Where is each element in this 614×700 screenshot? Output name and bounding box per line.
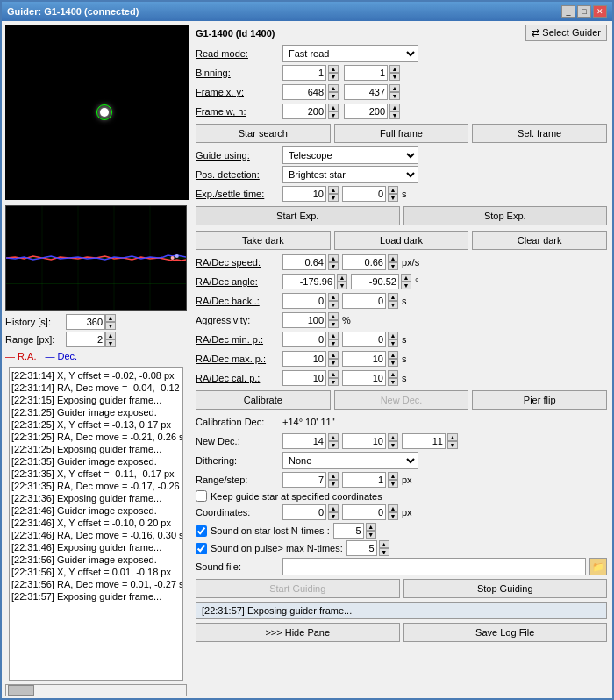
sound-file-input[interactable]	[282, 558, 586, 575]
step-input[interactable]	[342, 472, 386, 488]
sound-lost-n-up[interactable]: ▲	[366, 523, 376, 531]
ra-min-down[interactable]: ▼	[328, 339, 339, 347]
dec-angle-input[interactable]	[351, 274, 399, 289]
binning-y-up[interactable]: ▲	[389, 65, 400, 73]
ra-backl-down[interactable]: ▼	[328, 301, 339, 309]
dec-backl-down[interactable]: ▼	[388, 301, 398, 309]
new-dec-min-input[interactable]	[342, 433, 386, 449]
save-log-button[interactable]: Save Log File	[403, 623, 608, 642]
clear-dark-button[interactable]: Clear dark	[472, 231, 607, 250]
history-up[interactable]: ▲	[105, 314, 116, 322]
sound-pulse-n-up[interactable]: ▲	[379, 540, 389, 548]
start-exp-button[interactable]: Start Exp.	[196, 206, 400, 225]
minimize-button[interactable]: _	[561, 5, 575, 18]
history-input[interactable]	[66, 314, 105, 330]
range-down[interactable]: ▼	[105, 339, 116, 347]
dec-backl-input[interactable]	[342, 293, 386, 309]
coord-y-input[interactable]	[342, 504, 386, 520]
frame-y-down[interactable]: ▼	[389, 92, 400, 100]
exp-time-input[interactable]	[282, 186, 326, 202]
new-dec-deg-down[interactable]: ▼	[328, 441, 339, 449]
coord-x-input[interactable]	[282, 504, 326, 520]
new-dec-min-down[interactable]: ▼	[388, 441, 398, 449]
ra-backl-up[interactable]: ▲	[328, 293, 339, 301]
sound-pulse-n-input[interactable]	[346, 540, 377, 556]
binning-x-down[interactable]: ▼	[328, 73, 339, 81]
aggressivity-down[interactable]: ▼	[328, 320, 339, 328]
dec-angle-up[interactable]: ▲	[401, 274, 411, 282]
dec-speed-down[interactable]: ▼	[388, 262, 398, 270]
binning-x-up[interactable]: ▲	[328, 65, 339, 73]
ra-cal-up[interactable]: ▲	[328, 370, 339, 378]
full-frame-button[interactable]: Full frame	[334, 124, 469, 143]
new-dec-deg-input[interactable]	[282, 433, 326, 449]
ra-max-down[interactable]: ▼	[328, 359, 339, 367]
range-input[interactable]	[282, 472, 326, 488]
dec-cal-input[interactable]	[342, 370, 386, 386]
sel-frame-button[interactable]: Sel. frame	[472, 124, 607, 143]
ra-speed-up[interactable]: ▲	[328, 254, 339, 262]
calibrate-button[interactable]: Calibrate	[196, 390, 331, 410]
sound-lost-n-down[interactable]: ▼	[366, 531, 376, 539]
ra-cal-down[interactable]: ▼	[328, 378, 339, 386]
dec-min-down[interactable]: ▼	[388, 339, 398, 347]
ra-angle-input[interactable]	[282, 274, 335, 289]
dec-angle-down[interactable]: ▼	[401, 282, 411, 289]
binning-x-input[interactable]	[282, 65, 326, 81]
coord-y-down[interactable]: ▼	[388, 512, 398, 520]
frame-h-input[interactable]	[344, 104, 388, 119]
sound-file-browse-button[interactable]: 📁	[589, 558, 607, 575]
new-dec-button[interactable]: New Dec.	[334, 390, 469, 410]
dec-cal-down[interactable]: ▼	[388, 378, 398, 386]
pier-flip-button[interactable]: Pier flip	[472, 390, 607, 410]
new-dec-sec-input[interactable]	[402, 433, 446, 449]
frame-x-down[interactable]: ▼	[328, 92, 339, 100]
settle-time-up[interactable]: ▲	[388, 186, 398, 194]
read-mode-select[interactable]: Fast read	[282, 45, 418, 62]
history-down[interactable]: ▼	[105, 322, 116, 330]
log-area[interactable]: [22:31:14] X, Y offset = -0.02, -0.08 px…	[9, 367, 183, 681]
settle-time-input[interactable]	[342, 186, 386, 202]
ra-cal-input[interactable]	[282, 370, 326, 386]
new-dec-deg-up[interactable]: ▲	[328, 433, 339, 441]
keep-guide-star-checkbox[interactable]	[196, 490, 207, 502]
log-hscrollbar[interactable]	[5, 684, 187, 696]
sound-lost-checkbox[interactable]	[196, 525, 207, 537]
dec-max-input[interactable]	[342, 351, 386, 367]
frame-x-up[interactable]: ▲	[328, 84, 339, 92]
ra-max-input[interactable]	[282, 351, 326, 367]
dec-backl-up[interactable]: ▲	[388, 293, 398, 301]
step-up[interactable]: ▲	[388, 472, 398, 480]
take-dark-button[interactable]: Take dark	[196, 231, 331, 250]
ra-angle-down[interactable]: ▼	[337, 282, 347, 289]
ra-backl-input[interactable]	[282, 293, 326, 309]
binning-y-input[interactable]	[344, 65, 388, 81]
coord-x-down[interactable]: ▼	[328, 512, 339, 520]
aggressivity-input[interactable]	[282, 312, 326, 328]
sound-lost-n-input[interactable]	[333, 523, 364, 539]
dec-cal-up[interactable]: ▲	[388, 370, 398, 378]
ra-speed-input[interactable]	[282, 254, 326, 270]
step-down[interactable]: ▼	[388, 480, 398, 488]
exp-time-down[interactable]: ▼	[328, 194, 339, 202]
exp-time-up[interactable]: ▲	[328, 186, 339, 194]
ra-max-up[interactable]: ▲	[328, 351, 339, 359]
sound-pulse-checkbox[interactable]	[196, 543, 207, 554]
select-guider-button[interactable]: ⇄ Select Guider	[525, 25, 607, 41]
stop-guiding-button[interactable]: Stop Guiding	[403, 579, 608, 598]
new-dec-min-up[interactable]: ▲	[388, 433, 398, 441]
frame-y-up[interactable]: ▲	[389, 84, 400, 92]
load-dark-button[interactable]: Load dark	[334, 231, 469, 250]
dec-speed-input[interactable]	[342, 254, 386, 270]
settle-time-down[interactable]: ▼	[388, 194, 398, 202]
hide-pane-button[interactable]: >>> Hide Pane	[196, 623, 400, 642]
dec-min-up[interactable]: ▲	[388, 332, 398, 339]
guide-using-select[interactable]: Telescope	[282, 146, 418, 164]
binning-y-down[interactable]: ▼	[389, 73, 400, 81]
new-dec-sec-down[interactable]: ▼	[447, 441, 458, 449]
dec-max-up[interactable]: ▲	[388, 351, 398, 359]
dec-speed-up[interactable]: ▲	[388, 254, 398, 262]
frame-w-down[interactable]: ▼	[328, 111, 339, 119]
frame-x-input[interactable]	[282, 84, 326, 100]
stop-exp-button[interactable]: Stop Exp.	[403, 206, 608, 225]
